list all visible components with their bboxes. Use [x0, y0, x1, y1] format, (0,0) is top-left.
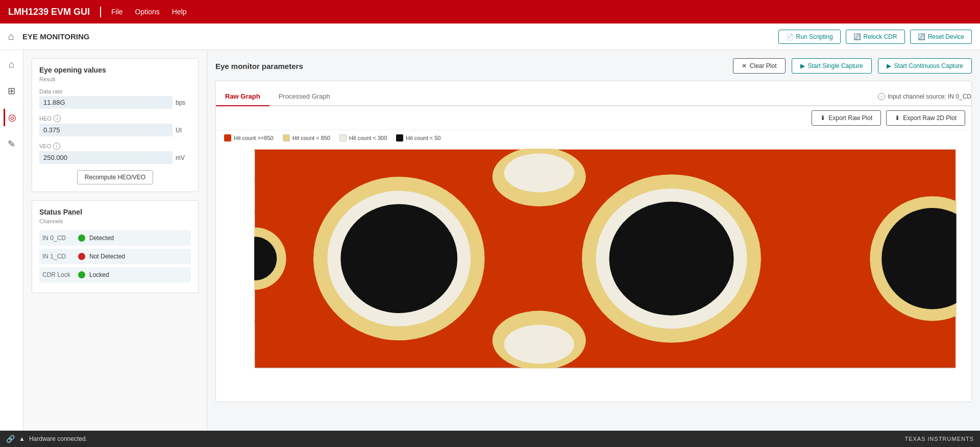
legend-color-850less: [283, 134, 290, 142]
sidebar-item-settings[interactable]: ⊞: [5, 82, 18, 100]
statusbar: 🔗 ▲ Hardware connected. TEXAS INSTRUMENT…: [0, 431, 980, 447]
svg-point-35: [609, 202, 734, 316]
start-single-capture-button[interactable]: ▶ Start Single Capture: [792, 58, 872, 74]
channel-row-in0cd: IN 0_CD Detected: [39, 230, 191, 246]
status-panel-title: Status Panel: [39, 208, 191, 216]
legend-row: Hit count >=850 Hit count < 850 Hit coun…: [216, 130, 971, 146]
run-scripting-button[interactable]: 📄 Run Scripting: [778, 30, 841, 44]
veo-info-icon[interactable]: i: [53, 143, 60, 150]
header: ⌂ EYE MONITORING 📄 Run Scripting 🔄 Reloc…: [0, 23, 980, 50]
legend-item-300less: Hit count < 300: [339, 134, 387, 142]
link-icon: 🔗: [6, 435, 15, 443]
data-rate-unit: bps: [176, 99, 191, 106]
eye-diagram-svg: Voltage (mV) 300 200 100: [220, 146, 967, 395]
monitor-header: Eye monitor parameters ✕ Clear Plot ▶ St…: [215, 58, 972, 74]
export-raw-2d-plot-button[interactable]: ⬇ Export Raw 2D Plot: [886, 110, 965, 126]
channel-name-in0cd: IN 0_CD: [42, 234, 78, 242]
svg-rect-47: [220, 146, 967, 149]
data-rate-input[interactable]: [39, 96, 173, 109]
svg-rect-45: [957, 146, 967, 395]
legend-item-850plus: Hit count >=850: [224, 134, 274, 142]
input-channel-label: i Input channel source: IN 0_CD: [878, 93, 971, 100]
reset-device-button[interactable]: 🔄 Reset Device: [910, 30, 972, 44]
heo-unit: UI: [176, 127, 191, 134]
relock-cdr-button[interactable]: 🔄 Relock CDR: [846, 30, 905, 44]
download-icon-1: ⬇: [820, 114, 825, 122]
status-dot-in0cd: [78, 234, 85, 242]
status-label-cdrlock: Locked: [89, 271, 109, 278]
sidebar-item-eye[interactable]: ◎: [4, 109, 19, 126]
legend-color-300less: [339, 134, 347, 142]
tabs-row: Raw Graph Processed Graph i Input channe…: [216, 87, 971, 106]
left-panel: Eye opening values Result Data rate bps …: [23, 50, 207, 431]
legend-item-50less: Hit count < 50: [396, 134, 440, 142]
status-label-in0cd: Detected: [89, 234, 114, 242]
status-message: Hardware connected.: [29, 435, 87, 442]
legend-color-850plus: [224, 134, 231, 142]
heo-info-icon[interactable]: i: [54, 115, 61, 122]
svg-point-32: [340, 204, 457, 313]
heo-field: HEO i UI: [39, 115, 191, 136]
nav-file[interactable]: File: [111, 8, 123, 16]
main-layout: ⌂ ⊞ ◎ ✎ Eye opening values Result Data r…: [0, 50, 980, 431]
eye-opening-section: Eye opening values Result Data rate bps …: [32, 58, 199, 192]
download-icon-2: ⬇: [895, 114, 900, 122]
start-continuous-capture-button[interactable]: ▶ Start Continuous Capture: [878, 58, 972, 74]
veo-label: VEO i: [39, 143, 191, 150]
status-label-in1cd: Not Detected: [89, 253, 125, 260]
export-raw-plot-button[interactable]: ⬇ Export Raw Plot: [812, 110, 881, 126]
status-dot-in1cd: [78, 253, 85, 260]
status-panel-section: Status Panel Channels IN 0_CD Detected I…: [32, 200, 199, 293]
tab-raw-graph[interactable]: Raw Graph: [216, 87, 270, 106]
channel-name-in1cd: IN 1_CD: [42, 253, 78, 260]
nav-help[interactable]: Help: [172, 8, 187, 16]
data-rate-field: Data rate bps: [39, 88, 191, 109]
heo-input[interactable]: [39, 124, 173, 136]
right-panel: Eye monitor parameters ✕ Clear Plot ▶ St…: [207, 50, 980, 431]
svg-rect-44: [220, 146, 254, 380]
veo-input[interactable]: [39, 151, 173, 164]
ti-logo: TEXAS INSTRUMENTS: [904, 436, 974, 442]
tab-processed-graph[interactable]: Processed Graph: [270, 87, 339, 106]
sidebar-item-edit[interactable]: ✎: [5, 135, 18, 153]
monitor-title: Eye monitor parameters: [215, 62, 727, 70]
channel-row-in1cd: IN 1_CD Not Detected: [39, 249, 191, 264]
reset-icon: 🔄: [918, 33, 925, 40]
input-channel-info-icon[interactable]: i: [878, 93, 885, 100]
svg-point-43: [504, 325, 574, 364]
status-dot-cdrlock: [78, 271, 85, 278]
sidebar-item-home[interactable]: ⌂: [6, 56, 17, 73]
eye-opening-subtitle: Result: [39, 76, 191, 82]
channel-name-cdrlock: CDR Lock: [42, 271, 78, 278]
channel-row-cdrlock: CDR Lock Locked: [39, 267, 191, 283]
svg-rect-46: [220, 368, 967, 395]
heo-label: HEO i: [39, 115, 191, 122]
svg-point-41: [504, 153, 574, 192]
page-title: EYE MONITORING: [22, 32, 778, 41]
home-icon[interactable]: ⌂: [8, 31, 14, 42]
scripting-icon: 📄: [786, 33, 794, 40]
data-rate-label: Data rate: [39, 88, 191, 95]
nav-options[interactable]: Options: [135, 8, 160, 16]
eye-opening-title: Eye opening values: [39, 66, 191, 74]
chart-container: Raw Graph Processed Graph i Input channe…: [215, 81, 972, 402]
legend-color-50less: [396, 134, 403, 142]
icon-bar: ⌂ ⊞ ◎ ✎: [0, 50, 23, 431]
status-up-arrow: ▲: [19, 435, 25, 442]
relock-icon: 🔄: [853, 33, 861, 40]
veo-field: VEO i mV: [39, 143, 191, 164]
legend-item-850less: Hit count < 850: [283, 134, 330, 142]
single-capture-icon: ▶: [800, 62, 805, 69]
export-row: ⬇ Export Raw Plot ⬇ Export Raw 2D Plot: [216, 106, 971, 130]
app-title: LMH1239 EVM GUI: [8, 7, 101, 17]
continuous-capture-icon: ▶: [887, 62, 891, 69]
topbar: LMH1239 EVM GUI File Options Help: [0, 0, 980, 23]
channels-label: Channels: [39, 218, 191, 224]
veo-unit: mV: [176, 154, 191, 161]
clear-plot-button[interactable]: ✕ Clear Plot: [733, 58, 786, 74]
nav-menu: File Options Help: [111, 8, 187, 16]
header-buttons: 📄 Run Scripting 🔄 Relock CDR 🔄 Reset Dev…: [778, 30, 972, 44]
chart-area: Voltage (mV) 300 200 100: [216, 146, 971, 402]
recompute-heo-veo-button[interactable]: Recompute HEO/VEO: [77, 170, 153, 184]
clear-plot-icon: ✕: [742, 62, 747, 69]
